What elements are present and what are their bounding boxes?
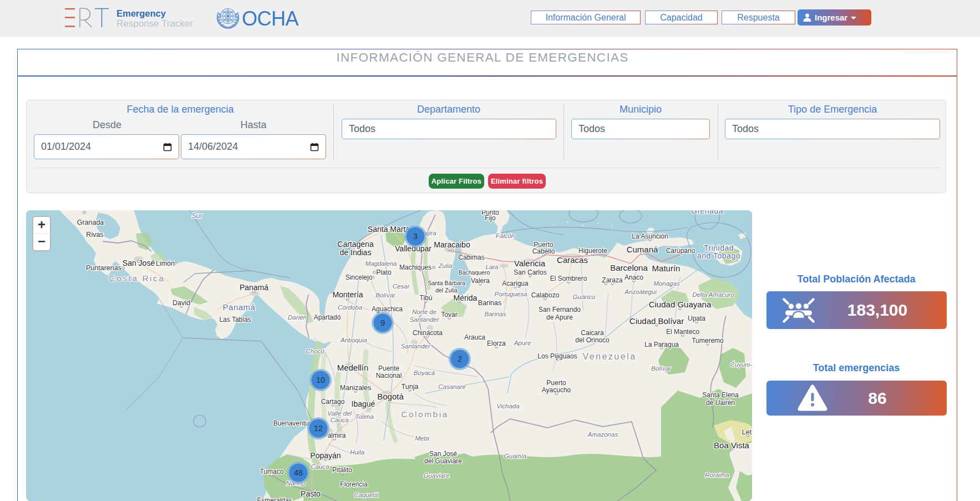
- svg-text:del Zulia: del Zulia: [435, 287, 458, 293]
- svg-text:Casanare: Casanare: [438, 383, 466, 390]
- svg-text:Portuguesa: Portuguesa: [495, 291, 527, 297]
- svg-text:Carúpano: Carúpano: [666, 247, 695, 255]
- svg-text:Amazonas: Amazonas: [587, 431, 618, 438]
- svg-text:Maturín: Maturín: [652, 264, 681, 273]
- svg-text:Huila: Huila: [350, 449, 364, 456]
- svg-text:Cauca: Cauca: [311, 463, 329, 470]
- svg-text:Tibú: Tibú: [420, 294, 433, 302]
- svg-text:Maracaibo: Maracaibo: [434, 240, 470, 249]
- svg-text:Panamá: Panamá: [240, 283, 268, 292]
- svg-text:Córdoba: Córdoba: [338, 304, 362, 311]
- svg-text:Cumaná: Cumaná: [627, 245, 658, 254]
- svg-text:Rivas: Rivas: [86, 231, 103, 239]
- svg-text:Bolívar: Bolívar: [375, 292, 396, 298]
- svg-text:Ćuyuni-M: Ćuyuni-M: [730, 361, 752, 368]
- svg-text:Los Pijiguaos: Los Pijiguaos: [537, 352, 577, 360]
- svg-text:Tumaco: Tumaco: [260, 468, 284, 475]
- svg-text:12: 12: [314, 424, 323, 433]
- svg-text:Las Tablas: Las Tablas: [219, 316, 251, 323]
- svg-text:Tovar: Tovar: [441, 311, 457, 318]
- svg-text:Chinácota: Chinácota: [413, 329, 443, 337]
- svg-text:Florencia: Florencia: [340, 480, 368, 488]
- svg-text:Cesar: Cesar: [393, 283, 410, 290]
- svg-text:Apartadó: Apartadó: [314, 313, 341, 321]
- svg-text:Guaviare: Guaviare: [424, 472, 450, 479]
- svg-text:Darién: Darién: [288, 314, 307, 321]
- svg-text:Mérida: Mérida: [454, 293, 478, 302]
- svg-text:Boa Vista: Boa Vista: [714, 441, 750, 450]
- svg-text:Delta Amacuro: Delta Amacuro: [692, 291, 734, 298]
- svg-text:Tumeremo: Tumeremo: [692, 337, 724, 345]
- svg-text:Barcelona: Barcelona: [610, 263, 648, 272]
- svg-text:9: 9: [380, 318, 385, 327]
- svg-text:Puente: Puente: [378, 365, 399, 372]
- svg-text:Tunja: Tunja: [402, 383, 419, 391]
- svg-text:Norte de: Norte de: [412, 308, 436, 315]
- svg-text:Bogotá: Bogotá: [377, 392, 404, 401]
- svg-text:Boyacá: Boyacá: [414, 370, 435, 376]
- svg-text:Anaco: Anaco: [624, 274, 643, 281]
- svg-text:Aguachica: Aguachica: [372, 305, 403, 313]
- svg-text:Pitalito: Pitalito: [332, 466, 352, 474]
- svg-text:Panamá: Panamá: [223, 302, 256, 312]
- svg-text:3: 3: [413, 232, 418, 241]
- svg-text:Sincelejo: Sincelejo: [346, 274, 373, 281]
- svg-text:San José: San José: [429, 450, 457, 458]
- svg-text:Manizales: Manizales: [340, 384, 371, 392]
- svg-text:Puerto: Puerto: [546, 379, 566, 387]
- svg-text:Medellín: Medellín: [337, 363, 369, 372]
- svg-text:Acarigua: Acarigua: [502, 280, 529, 287]
- svg-text:Valera: Valera: [471, 277, 490, 285]
- svg-text:Elorza: Elorza: [487, 340, 506, 347]
- svg-text:Machiques: Machiques: [399, 264, 431, 271]
- svg-text:San Carlos: San Carlos: [514, 269, 546, 276]
- svg-text:Tolima: Tolima: [355, 413, 373, 420]
- svg-text:Montería: Montería: [332, 290, 363, 299]
- svg-text:Pasto: Pasto: [301, 489, 321, 498]
- svg-text:Grenada: Grenada: [691, 210, 723, 215]
- svg-text:de Uairén: de Uairén: [706, 399, 735, 407]
- svg-text:Bolívar: Bolívar: [651, 365, 672, 372]
- svg-text:Valle del: Valle del: [327, 410, 352, 417]
- svg-text:del Guaviare: del Guaviare: [424, 457, 462, 465]
- svg-text:Nacional: Nacional: [376, 372, 402, 379]
- svg-text:Cartagena: Cartagena: [337, 240, 374, 249]
- svg-text:2: 2: [458, 355, 462, 363]
- svg-text:Calabozo: Calabozo: [531, 291, 560, 299]
- svg-text:Ciudad Guayana: Ciudad Guayana: [649, 300, 712, 309]
- svg-text:Barinas: Barinas: [485, 311, 506, 317]
- svg-text:Zaraza: Zaraza: [602, 276, 623, 284]
- svg-text:Puntarenas: Puntarenas: [86, 264, 121, 272]
- svg-text:Ayacucho: Ayacucho: [542, 386, 571, 394]
- svg-text:Chocó: Chocó: [306, 348, 324, 355]
- svg-text:San Fernando: San Fernando: [539, 306, 581, 313]
- svg-text:Santa Elena: Santa Elena: [702, 391, 739, 399]
- svg-text:Caracas: Caracas: [557, 255, 588, 265]
- svg-text:Colombia: Colombia: [401, 409, 448, 419]
- svg-text:Fijo: Fijo: [485, 214, 496, 222]
- svg-text:Barinas: Barinas: [478, 299, 501, 307]
- svg-text:Caquetá: Caquetá: [354, 492, 378, 498]
- svg-text:Limón: Limón: [156, 260, 175, 267]
- svg-text:Higuerote: Higuerote: [578, 247, 607, 255]
- svg-text:San José: San José: [123, 259, 155, 267]
- svg-text:Esmeraldas: Esmeraldas: [257, 497, 292, 501]
- svg-text:Anzoátegui: Anzoátegui: [624, 289, 657, 295]
- svg-text:Bachaquero: Bachaquero: [459, 269, 490, 276]
- svg-text:Santa Bárbara: Santa Bárbara: [428, 280, 465, 286]
- svg-text:Granada: Granada: [77, 219, 104, 226]
- svg-text:Zulia: Zulia: [438, 262, 453, 269]
- svg-text:Monagas: Monagas: [653, 280, 680, 287]
- svg-text:El Manteco: El Manteco: [666, 328, 699, 336]
- svg-text:Apure: Apure: [514, 340, 531, 346]
- svg-text:Cauca: Cauca: [330, 417, 348, 423]
- svg-text:Roraima: Roraima: [705, 472, 729, 478]
- svg-text:Sur: Sur: [191, 212, 202, 220]
- svg-text:El Sombrero: El Sombrero: [550, 275, 587, 282]
- svg-text:Vichada: Vichada: [496, 403, 519, 409]
- svg-text:de Indias: de Indias: [340, 248, 372, 257]
- svg-text:Venezuela: Venezuela: [582, 352, 636, 361]
- svg-text:Antioquia: Antioquia: [340, 337, 367, 343]
- svg-text:Upata: Upata: [688, 315, 705, 322]
- svg-text:−: −: [38, 234, 45, 249]
